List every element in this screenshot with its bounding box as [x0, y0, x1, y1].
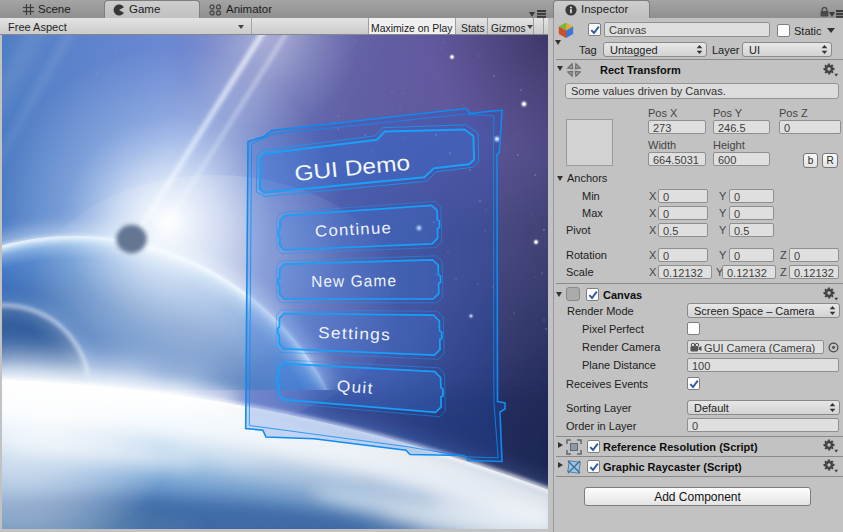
svg-text:New Game: New Game	[311, 272, 397, 290]
svg-text:Settings: Settings	[318, 324, 391, 343]
svg-text:Quit: Quit	[336, 377, 374, 397]
